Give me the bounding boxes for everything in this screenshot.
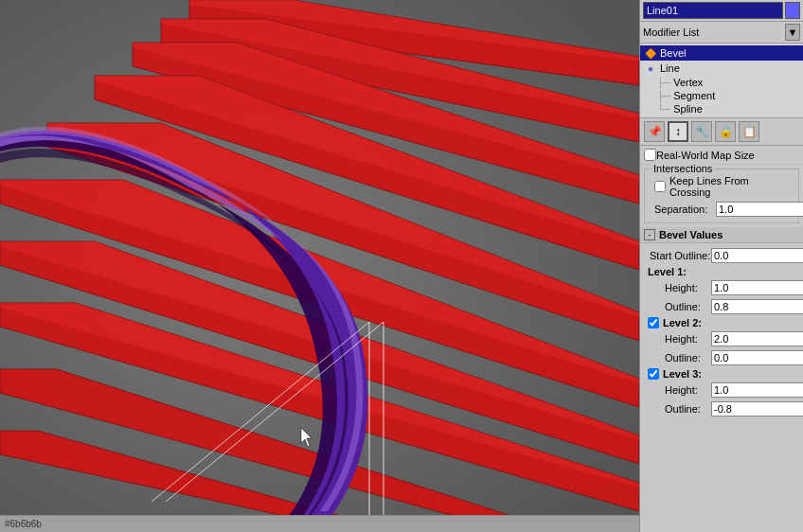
level1-label: Level 1: xyxy=(648,266,687,277)
level1-height-label: Height: xyxy=(650,282,711,293)
level2-outline-input[interactable] xyxy=(711,350,803,365)
tree-line-segment: ├─ xyxy=(657,91,670,101)
modifier-list-bar: Modifier List ▼ xyxy=(640,22,803,44)
modifier-label-bevel: Bevel xyxy=(660,47,687,59)
start-outline-input[interactable] xyxy=(711,248,803,263)
level2-height-row: Height: ▲ ▼ xyxy=(644,329,799,348)
level1-height-input[interactable] xyxy=(711,280,803,295)
bevel-values-section: Start Outline: ▲ ▼ Level 1: Height: ▲ ▼ … xyxy=(640,243,803,421)
tool-lock-button[interactable]: 🔒 xyxy=(715,121,736,142)
line-icon: ● xyxy=(644,62,657,75)
level3-outline-input[interactable] xyxy=(711,401,803,417)
modifier-item-line[interactable]: ● Line xyxy=(640,61,803,76)
modifier-item-bevel[interactable]: 🔶 Bevel xyxy=(640,45,803,61)
modifier-item-vertex[interactable]: ├─ Vertex xyxy=(640,76,803,89)
toolbar-row: 📌 ↕ 🔧 🔒 📋 xyxy=(640,118,803,146)
intersections-group-label: Intersections xyxy=(651,163,715,174)
level1-outline-row: Outline: ▲ ▼ xyxy=(644,297,799,316)
bevel-values-toggle[interactable]: - xyxy=(644,229,655,240)
tree-line-spline: └─ xyxy=(657,104,670,115)
tool-pin-button[interactable]: 📌 xyxy=(644,121,665,142)
tool-paste-button[interactable]: 📋 xyxy=(739,121,759,142)
status-text: #6b6b6b xyxy=(5,519,42,529)
object-color-swatch[interactable] xyxy=(785,2,800,19)
object-name-bar xyxy=(640,0,803,22)
modifier-item-segment[interactable]: ├─ Segment xyxy=(640,89,803,102)
level3-height-row: Height: ▲ ▼ xyxy=(644,381,799,399)
level2-height-label: Height: xyxy=(650,333,711,345)
level3-outline-label: Outline: xyxy=(650,403,711,415)
level2-label: Level 2: xyxy=(663,317,702,328)
right-panel: Modifier List ▼ 🔶 Bevel ● Line ├─ Vertex… xyxy=(639,0,803,532)
keep-lines-label: Keep Lines From Crossing xyxy=(669,175,789,198)
level3-outline-row: Outline: ▲ ▼ xyxy=(644,399,799,418)
keep-lines-checkbox[interactable] xyxy=(654,181,666,192)
keep-lines-row: Keep Lines From Crossing xyxy=(649,173,794,200)
start-outline-label: Start Outline: xyxy=(650,250,711,261)
level1-header: Level 1: xyxy=(644,265,799,278)
level3-height-input[interactable] xyxy=(711,382,803,398)
level2-header: Level 2: xyxy=(644,316,799,329)
level2-outline-row: Outline: ▲ ▼ xyxy=(644,348,799,367)
modifier-list-label: Modifier List xyxy=(643,27,785,38)
level3-header: Level 3: xyxy=(644,367,799,381)
level3-height-label: Height: xyxy=(650,384,711,396)
modifier-item-spline[interactable]: └─ Spline xyxy=(640,102,803,115)
modifier-list-dropdown[interactable]: ▼ xyxy=(785,24,800,41)
bevel-values-header: - Bevel Values xyxy=(640,227,803,243)
level3-checkbox[interactable] xyxy=(648,368,659,380)
modifier-label-spline: Spline xyxy=(673,103,703,115)
tree-line-vertex: ├─ xyxy=(657,78,670,88)
modifier-label-line: Line xyxy=(660,62,680,74)
status-bar: #6b6b6b xyxy=(0,515,639,532)
real-world-map-size-label: Real-World Map Size xyxy=(656,150,755,161)
level1-outline-label: Outline: xyxy=(650,301,711,312)
bevel-values-title: Bevel Values xyxy=(659,229,723,240)
intersections-group: Intersections Keep Lines From Crossing S… xyxy=(644,168,799,223)
level1-height-row: Height: ▲ ▼ xyxy=(644,278,799,297)
modifier-label-segment: Segment xyxy=(673,90,715,101)
separation-row: Separation: ▲ ▼ xyxy=(649,200,794,219)
viewport[interactable]: #6b6b6b xyxy=(0,0,639,532)
real-world-map-size-row: Real-World Map Size xyxy=(640,146,803,165)
tool-configure-button[interactable]: 🔧 xyxy=(691,121,712,142)
tool-select-button[interactable]: ↕ xyxy=(668,121,688,142)
level2-height-input[interactable] xyxy=(711,331,803,346)
level3-label: Level 3: xyxy=(663,368,702,380)
object-name-input[interactable] xyxy=(643,2,783,19)
start-outline-row: Start Outline: ▲ ▼ xyxy=(644,246,799,265)
bevel-icon: 🔶 xyxy=(644,46,657,60)
level1-outline-input[interactable] xyxy=(711,299,803,314)
separation-input[interactable] xyxy=(716,202,803,217)
modifier-label-vertex: Vertex xyxy=(673,77,703,88)
separation-label: Separation: xyxy=(654,204,716,215)
modifier-tree: 🔶 Bevel ● Line ├─ Vertex ├─ Segment └─ S… xyxy=(640,44,803,118)
level2-outline-label: Outline: xyxy=(650,352,711,364)
level2-checkbox[interactable] xyxy=(648,317,659,328)
real-world-map-size-checkbox[interactable] xyxy=(644,149,656,161)
